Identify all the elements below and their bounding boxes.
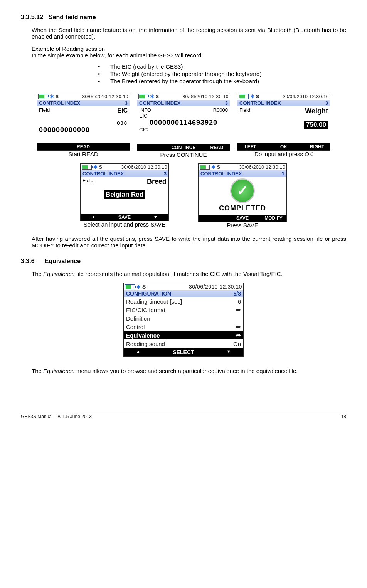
- row-label: Control: [126, 324, 145, 330]
- equivalence-intro: The Equivalence file represents the anim…: [32, 270, 346, 277]
- row-value: 6: [238, 298, 241, 305]
- config-row-definition[interactable]: Definition: [124, 314, 243, 323]
- control-bar: CONTROL INDEX 3: [137, 100, 230, 106]
- control-value: 3: [225, 100, 228, 106]
- softkey-center[interactable]: CONTINUE: [172, 145, 196, 150]
- softkey-bar: READ: [37, 143, 130, 150]
- device-screen-weight: ✱ S 30/06/2010 12:30:10 CONTROL INDEX 3 …: [237, 93, 330, 151]
- softkey-right[interactable]: MODIFY: [263, 215, 284, 221]
- softkey-center[interactable]: OK: [273, 144, 295, 150]
- example-intro: In the simple example below, for each an…: [32, 52, 346, 59]
- screen-body: INFOR0000 EIC 0000000114693920 CIC: [137, 106, 230, 144]
- softkey-center[interactable]: READ: [73, 144, 94, 150]
- control-bar: CONTROL INDEX 3: [237, 100, 330, 106]
- battery-icon: [38, 94, 48, 99]
- bullet-text: The Breed (entered by the operator throu…: [110, 78, 259, 84]
- control-bar: CONTROL INDEX 1: [199, 170, 286, 177]
- softkey-left[interactable]: [201, 215, 222, 221]
- row-label: Reading timeout [sec]: [126, 298, 182, 305]
- control-bar: CONTROL INDEX 3: [37, 100, 130, 106]
- softkey-right[interactable]: RIGHT: [306, 144, 328, 150]
- battery-icon: [138, 94, 148, 99]
- list-item: •The Weight (entered by the operator thr…: [98, 71, 346, 77]
- arrow-right-icon: ➦: [236, 306, 241, 313]
- control-value: 3: [164, 171, 167, 176]
- bluetooth-icon: ✱: [250, 94, 254, 99]
- softkey-right[interactable]: [106, 144, 127, 150]
- section-send-field-name: 3.3.5.12 Send field name When the Send f…: [21, 14, 346, 249]
- status-s: S: [142, 284, 146, 290]
- config-row-control[interactable]: Control➦: [124, 323, 243, 331]
- section-number: 3.3.6: [21, 258, 35, 264]
- info-value: R0000: [213, 107, 228, 113]
- long-value: 000000000000: [39, 126, 128, 134]
- status-s: S: [156, 94, 159, 99]
- bluetooth-icon: ✱: [211, 164, 215, 170]
- bullet-text: The Weight (entered by the operator thro…: [110, 71, 261, 77]
- softkey-center[interactable]: SELECT: [173, 349, 194, 355]
- softkey-left-up-icon[interactable]: ▲: [128, 349, 149, 355]
- weight-value[interactable]: 750.00: [304, 121, 328, 129]
- screen-body: ✓ COMPLETED: [199, 177, 286, 215]
- status-datetime: 30/06/2010 12:30:10: [283, 94, 329, 99]
- control-label: CONTROL INDEX: [39, 100, 80, 106]
- softkey-bar: CONTINUE READ: [137, 144, 230, 151]
- control-value: 3: [325, 100, 328, 106]
- status-bar: ✱ S 30/06/2010 12:30:10: [37, 93, 130, 100]
- status-bar: ✱ S 30/06/2010 12:30:10: [124, 283, 243, 290]
- softkey-left[interactable]: [140, 145, 161, 150]
- section-title: Send field name: [49, 14, 96, 20]
- field-label: Field: [239, 107, 250, 115]
- row-value: On: [233, 341, 241, 347]
- softkey-left[interactable]: [39, 144, 61, 150]
- arrow-right-icon: ➦: [236, 323, 241, 330]
- status-s: S: [217, 165, 220, 170]
- bullet-icon: •: [98, 71, 110, 77]
- config-row-reading-timeout[interactable]: Reading timeout [sec]6: [124, 297, 243, 306]
- field-label: Field: [82, 178, 93, 186]
- after-questions-para: After having answered all the questions,…: [32, 235, 346, 249]
- status-s: S: [56, 94, 59, 99]
- breed-value[interactable]: Belgian Red: [104, 190, 145, 199]
- softkey-left[interactable]: LEFT: [240, 144, 261, 150]
- config-row-eic-cic-format[interactable]: EIC/CIC format➦: [124, 306, 243, 314]
- field-value: Breed: [147, 178, 167, 186]
- softkey-bar: ▲ SELECT ▼: [124, 348, 243, 356]
- arrow-right-icon: ➦: [236, 332, 241, 339]
- field-value: Weight: [305, 107, 328, 115]
- config-list: Reading timeout [sec]6 EIC/CIC format➦ D…: [124, 297, 243, 348]
- screen-body: FieldWeight 750.00: [237, 106, 330, 143]
- configuration-bar: CONFIGURATION 5/8: [124, 290, 243, 297]
- device-screen-completed: ✱ S 30/06/2010 12:30:10 CONTROL INDEX 1 …: [198, 163, 287, 222]
- bullet-icon: •: [98, 63, 110, 70]
- text: file represents the animal population: i…: [75, 270, 283, 277]
- screen-caption: Do input and press OK: [254, 151, 313, 157]
- device-screen-configuration: ✱ S 30/06/2010 12:30:10 CONFIGURATION 5/…: [123, 283, 244, 357]
- footer-left: GES3S Manual – v. 1.5 June 2013: [21, 414, 92, 419]
- screen-col: ✱ S 30/06/2010 12:30:10 CONTROL INDEX 3 …: [37, 93, 130, 158]
- screen-caption: Press CONTINUE: [160, 151, 207, 158]
- status-datetime: 30/06/2010 12:30:10: [121, 165, 167, 170]
- control-label: CONTROL INDEX: [239, 100, 281, 106]
- bluetooth-icon: ✱: [93, 164, 98, 170]
- section-title: Equivalence: [45, 258, 81, 264]
- softkey-left-up-icon[interactable]: ▲: [83, 215, 104, 220]
- status-bar: ✱ S 30/06/2010 12:30:10: [137, 93, 230, 100]
- screen-body: FieldBreed Belgian Red: [81, 177, 168, 214]
- info-label: INFO: [139, 107, 151, 113]
- cic-label: CIC: [139, 127, 228, 133]
- config-row-equivalence[interactable]: Equivalence➦: [124, 331, 243, 339]
- softkey-center[interactable]: SAVE: [114, 215, 135, 220]
- text: The: [32, 270, 43, 277]
- screen-caption: Select an input and press SAVE: [84, 221, 165, 228]
- status-datetime: 30/06/2010 12:30:10: [189, 284, 242, 290]
- equivalence-term: Equivalence: [43, 270, 75, 277]
- config-row-reading-sound[interactable]: Reading soundOn: [124, 339, 243, 348]
- softkey-right-down-icon[interactable]: ▼: [218, 349, 239, 355]
- softkey-center[interactable]: SAVE: [232, 215, 253, 221]
- bluetooth-icon: ✱: [50, 94, 54, 99]
- device-screen-start-read: ✱ S 30/06/2010 12:30:10 CONTROL INDEX 3 …: [37, 93, 130, 151]
- row-label: Equivalence: [126, 332, 160, 339]
- softkey-right[interactable]: READ: [206, 145, 227, 150]
- softkey-right-down-icon[interactable]: ▼: [145, 215, 166, 220]
